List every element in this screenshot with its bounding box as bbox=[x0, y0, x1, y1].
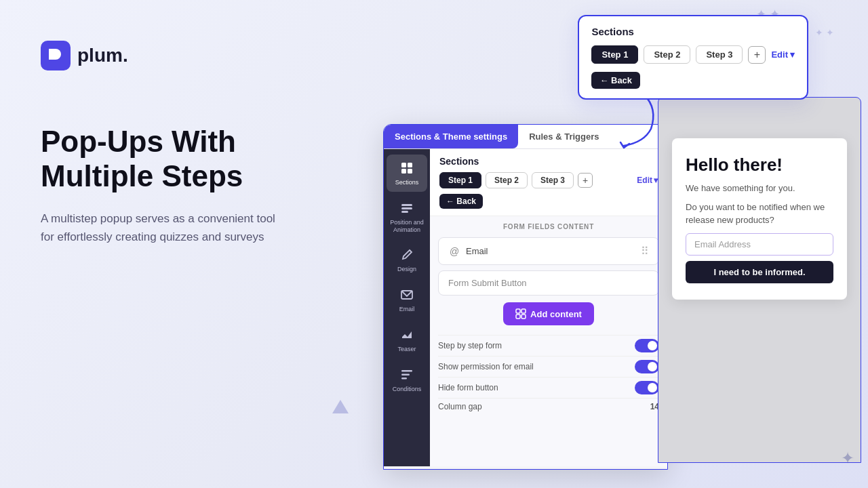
design-icon bbox=[399, 247, 415, 263]
toggle3-label: Hide form button bbox=[438, 383, 498, 392]
toggle-step-by-step: Step by step form bbox=[438, 335, 659, 356]
steps-row: Step 1 Step 2 Step 3 + Edit ▾ bbox=[439, 172, 658, 188]
deco-dots2: ✦ ✦ bbox=[815, 27, 834, 38]
deco-triangle bbox=[332, 400, 349, 413]
sidebar-email-label: Email bbox=[399, 306, 415, 313]
svg-rect-16 bbox=[516, 314, 520, 319]
sidebar-item-design[interactable]: Design bbox=[387, 241, 427, 279]
conditions-icon bbox=[399, 367, 415, 383]
floating-back-btn[interactable]: ← Back bbox=[591, 72, 640, 89]
sections-icon bbox=[399, 160, 415, 176]
svg-rect-13 bbox=[401, 378, 407, 380]
preview-panel: Hello there! We have something for you. … bbox=[658, 97, 861, 463]
sidebar-design-label: Design bbox=[397, 266, 416, 273]
floating-card-title: Sections bbox=[591, 26, 795, 37]
sidebar-item-email[interactable]: Email bbox=[387, 281, 427, 319]
toggle-hide-form-button: Hide form button bbox=[438, 377, 659, 398]
svg-rect-3 bbox=[401, 163, 406, 167]
form-content-area: FORM FIELDS CONTENT @ Email ⠿ Form Submi… bbox=[430, 216, 667, 422]
panel-sidebar: Sections Position and Animation bbox=[384, 149, 430, 466]
preview-submit-button[interactable]: I need to be informed. bbox=[686, 261, 833, 283]
panel-body: Sections Position and Animation bbox=[384, 149, 667, 466]
email-field-card[interactable]: @ Email ⠿ bbox=[438, 237, 659, 265]
tab-sections-theme[interactable]: Sections & Theme settings bbox=[384, 125, 518, 148]
svg-rect-11 bbox=[401, 370, 412, 372]
position-icon bbox=[399, 200, 415, 216]
back-btn-row: ← Back bbox=[439, 194, 658, 209]
logo-text: plum. bbox=[77, 45, 128, 66]
email-field-label: Email bbox=[466, 246, 488, 256]
preview-email-input[interactable]: Email Address bbox=[686, 233, 833, 256]
sub-text: A multistep popup serves as a convenient… bbox=[41, 209, 285, 246]
floating-steps-row: Step 1 Step 2 Step 3 + Edit ▾ bbox=[591, 45, 795, 64]
email-icon bbox=[399, 287, 415, 303]
svg-rect-8 bbox=[401, 207, 412, 209]
page-background: ✦ ✦ ✦ ✦ ⚡ plum. Pop-Ups With Multiple St… bbox=[0, 0, 868, 488]
main-heading: Pop-Ups With Multiple Steps bbox=[41, 125, 353, 193]
edit-link[interactable]: Edit ▾ bbox=[637, 176, 658, 185]
svg-rect-14 bbox=[516, 309, 520, 313]
column-gap-label: Column gap bbox=[438, 402, 482, 411]
ui-panel: Sections & Theme settings Rules & Trigge… bbox=[383, 124, 668, 470]
sidebar-item-sections[interactable]: Sections bbox=[387, 155, 427, 192]
preview-title: Hello there! bbox=[686, 155, 833, 176]
preview-subtitle1: We have something for you. bbox=[686, 182, 833, 195]
toggle-show-permission: Show permission for email bbox=[438, 356, 659, 377]
toggle1-switch[interactable] bbox=[635, 339, 659, 352]
back-button[interactable]: ← Back bbox=[439, 194, 483, 209]
add-content-icon bbox=[515, 308, 526, 319]
sidebar-position-label: Position and Animation bbox=[389, 219, 425, 234]
svg-rect-9 bbox=[401, 211, 408, 213]
add-content-button[interactable]: Add content bbox=[503, 302, 594, 325]
sidebar-item-conditions[interactable]: Conditions bbox=[387, 361, 427, 399]
sections-content-title: Sections bbox=[439, 156, 658, 167]
toggle3-switch[interactable] bbox=[635, 381, 659, 394]
floating-step3[interactable]: Step 3 bbox=[696, 45, 743, 64]
form-section-label: FORM FIELDS CONTENT bbox=[438, 223, 659, 230]
add-step-button[interactable]: + bbox=[578, 173, 593, 188]
sidebar-sections-label: Sections bbox=[395, 179, 419, 186]
teaser-icon bbox=[399, 327, 415, 343]
deco-star: ✦ bbox=[841, 449, 854, 468]
floating-step2[interactable]: Step 2 bbox=[644, 45, 690, 64]
sidebar-conditions-label: Conditions bbox=[393, 386, 422, 393]
logo-area: plum. bbox=[41, 41, 353, 70]
svg-rect-4 bbox=[408, 163, 412, 167]
floating-edit-link[interactable]: Edit ▾ bbox=[771, 49, 795, 60]
floating-step1[interactable]: Step 1 bbox=[591, 45, 638, 64]
submit-field-card[interactable]: Form Submit Button bbox=[438, 270, 659, 296]
logo-svg bbox=[46, 46, 65, 65]
step1-button[interactable]: Step 1 bbox=[439, 172, 481, 188]
sidebar-item-position[interactable]: Position and Animation bbox=[387, 195, 427, 239]
toggle2-switch[interactable] bbox=[635, 360, 659, 373]
submit-field-label: Form Submit Button bbox=[448, 278, 527, 288]
column-gap-row: Column gap 14 bbox=[438, 398, 659, 415]
email-field-icon: @ bbox=[448, 245, 460, 258]
floating-sections-card: Sections Step 1 Step 2 Step 3 + Edit ▾ ←… bbox=[578, 15, 808, 100]
toggle1-label: Step by step form bbox=[438, 341, 502, 350]
step3-button[interactable]: Step 3 bbox=[532, 172, 574, 188]
sidebar-item-teaser[interactable]: Teaser bbox=[387, 321, 427, 359]
panel-main-content: Sections Step 1 Step 2 Step 3 + Edit ▾ ←… bbox=[430, 149, 667, 466]
toggle2-label: Show permission for email bbox=[438, 362, 534, 371]
svg-rect-17 bbox=[521, 314, 526, 319]
drag-handle[interactable]: ⠿ bbox=[641, 245, 649, 258]
svg-rect-12 bbox=[401, 373, 410, 375]
sections-header: Sections Step 1 Step 2 Step 3 + Edit ▾ ←… bbox=[430, 149, 667, 216]
left-section: plum. Pop-Ups With Multiple Steps A mult… bbox=[41, 41, 353, 247]
logo-icon bbox=[41, 41, 71, 70]
step2-button[interactable]: Step 2 bbox=[486, 172, 528, 188]
floating-plus-btn[interactable]: + bbox=[748, 46, 766, 64]
sidebar-teaser-label: Teaser bbox=[397, 346, 416, 353]
svg-rect-6 bbox=[408, 169, 412, 174]
svg-rect-15 bbox=[521, 309, 526, 313]
svg-rect-7 bbox=[401, 204, 412, 206]
preview-popup: Hello there! We have something for you. … bbox=[672, 138, 847, 300]
svg-rect-5 bbox=[401, 169, 406, 174]
preview-subtitle2: Do you want to be notified when we relea… bbox=[686, 201, 833, 226]
